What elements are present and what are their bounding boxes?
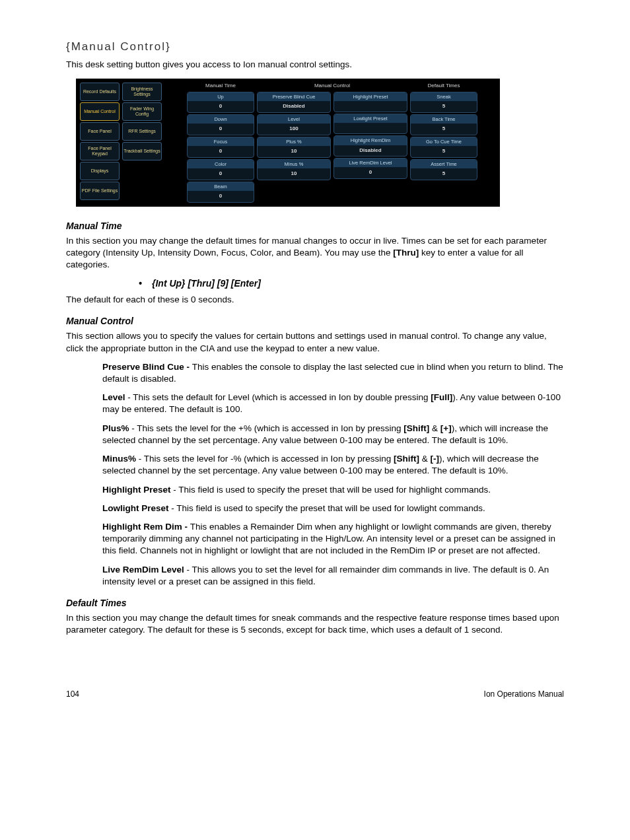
para-manual-control: This section allows you to specify the v… [66,330,564,354]
cell-label: Sneak [411,92,477,102]
setting-cell[interactable]: Beam0 [187,182,254,203]
setting-cell[interactable]: Level100 [257,114,331,135]
page-number: 104 [66,689,79,699]
cell-value: 5 [411,102,477,112]
page-footer: 104 Ion Operations Manual [66,689,564,699]
cell-label: Focus [188,137,254,147]
definition-term: Level [102,392,125,402]
tab-column-left: Record DefaultsManual ControlFace PanelF… [80,83,120,203]
para-default-times: In this section you may change the defau… [66,612,564,636]
subhead-manual-time: Manual Time [66,220,564,232]
bullet-text: {Int Up} [Thru] [9] [Enter] [152,278,261,289]
cell-value [334,102,407,112]
definition-item: Highlight Rem Dim - This enables a Remai… [102,521,564,557]
definition-item: Live RemDim Level - This allows you to s… [102,564,564,588]
subhead-manual-control: Manual Control [66,315,564,328]
settings-tab[interactable]: RFR Settings [122,122,162,141]
settings-tab[interactable]: Brightness Settings [122,83,162,101]
cell-value: 10 [258,169,330,180]
definition-item: Lowlight Preset - This field is used to … [102,503,564,514]
tab-column-right: Brightness SettingsFader Wing ConfigRFR … [122,83,162,203]
cell-value: 100 [258,124,330,135]
cell-label: Down [188,115,254,124]
setting-cell[interactable]: Sneak5 [410,92,477,113]
cell-label: Plus % [258,137,330,147]
cell-value: Disabled [258,102,330,112]
setting-cell[interactable]: Go To Cue Time5 [410,137,477,158]
settings-tab[interactable]: Displays [80,162,120,180]
cell-label: Up [188,92,254,102]
definition-item: Plus% - This sets the level for the +% (… [102,423,564,446]
setting-cell[interactable]: Plus %10 [257,137,331,158]
settings-tab[interactable]: Manual Control [80,102,120,121]
cell-value: 10 [258,147,330,157]
settings-tab[interactable]: Record Defaults [80,83,120,101]
cell-value: 0 [188,147,254,157]
definition-term: Plus% [102,423,129,433]
subhead-default-times: Default Times [66,597,564,610]
cell-label: Beam [188,182,254,192]
para-manual-time-2: The default for each of these is 0 secon… [66,294,564,306]
cell-label: Go To Cue Time [411,137,477,147]
definition-text: - This sets the level for -% (which is a… [102,454,539,475]
col-head-manual-time: Manual Time [187,83,254,89]
setting-cell[interactable]: Up0 [187,92,254,113]
cell-value: 0 [188,124,254,135]
definition-text: - This sets the default for Level (which… [102,392,561,414]
setting-cell[interactable]: Live RemDim Level0 [333,158,407,179]
cell-value [334,123,407,133]
col-head-manual-control: Manual Control [257,83,407,89]
definition-text: - This field is used to specify the pres… [171,485,491,495]
cell-value: 0 [188,102,254,112]
setting-cell[interactable]: Minus %10 [257,159,331,180]
setting-cell[interactable]: Highlight Preset [333,92,407,112]
manual-control-column: Manual Control Preserve Blind CueDisable… [257,83,407,203]
setting-cell[interactable]: Lowlight Preset [333,114,407,134]
default-times-column: Default Times Sneak5Back Time5Go To Cue … [410,83,477,203]
cell-label: Highlight Preset [334,92,407,102]
page-title: {Manual Control} [66,40,564,55]
settings-tab[interactable]: Fader Wing Config [122,102,162,121]
definition-item: Preserve Blind Cue - This enables the co… [102,361,564,385]
manual-time-column: Manual Time Up0Down0Focus0Color0Beam0 [187,83,254,203]
intro-text: This desk setting button gives you acces… [66,59,564,71]
cell-value: 5 [411,169,477,180]
setting-cell[interactable]: Down0 [187,114,254,135]
cell-label: Live RemDim Level [334,158,407,168]
para-manual-time: In this section you may change the defau… [66,235,564,271]
cell-label: Highlight RemDim [334,136,407,145]
definition-term: Lowlight Preset [102,503,169,513]
setting-cell[interactable]: Preserve Blind CueDisabled [257,92,331,113]
cell-label: Back Time [411,115,477,124]
cell-label: Lowlight Preset [334,114,407,123]
cell-label: Color [188,160,254,169]
definition-item: Highlight Preset - This field is used to… [102,484,564,496]
setting-cell[interactable]: Color0 [187,159,254,180]
definition-text: - This field is used to specify the pres… [169,503,485,513]
cell-label: Assert Time [411,160,477,169]
cell-label: Level [258,115,330,124]
setting-cell[interactable]: Assert Time5 [410,159,477,180]
definition-text: - This sets the level for the +% (which … [102,423,548,445]
setting-cell[interactable]: Highlight RemDimDisabled [333,135,407,157]
cell-value: 0 [334,168,407,178]
definition-term: Live RemDim Level [102,565,184,575]
settings-tab[interactable]: Face Panel Keypad [80,142,120,160]
definition-term: Highlight Rem Dim - [102,522,190,532]
definition-item: Level - This sets the default for Level … [102,392,564,415]
definition-term: Highlight Preset [102,485,171,495]
definition-term: Minus% [102,454,136,464]
cell-value: 5 [411,147,477,157]
cell-value: 0 [188,192,254,202]
cell-label: Minus % [258,160,330,169]
manual-name: Ion Operations Manual [484,689,564,699]
cell-label: Preserve Blind Cue [258,92,330,102]
settings-tab[interactable]: Trackball Settings [122,142,162,160]
cell-value: 5 [411,124,477,135]
settings-tab[interactable]: PDF File Settings [80,182,120,200]
setting-cell[interactable]: Back Time5 [410,114,477,135]
settings-tab[interactable]: Face Panel [80,122,120,141]
col-head-default-times: Default Times [410,83,477,89]
settings-screenshot: Record DefaultsManual ControlFace PanelF… [76,79,500,207]
setting-cell[interactable]: Focus0 [187,137,254,158]
